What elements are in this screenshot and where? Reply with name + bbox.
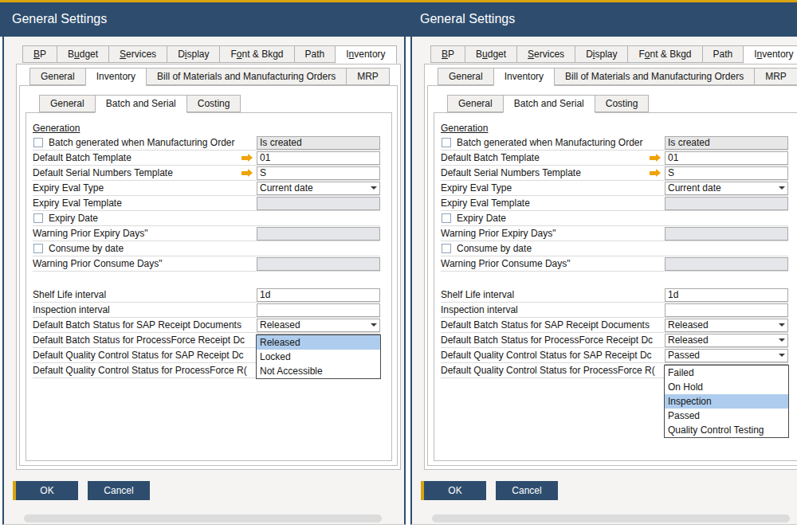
checkbox[interactable]: [442, 138, 451, 147]
tab-inventory[interactable]: Inventory: [743, 45, 797, 64]
tab-services[interactable]: Services: [516, 45, 575, 63]
combo-box[interactable]: Released: [665, 334, 788, 347]
dropdown-item-passed[interactable]: Passed: [665, 409, 788, 423]
tab-display[interactable]: Display: [575, 45, 628, 63]
tab-label: Costing: [198, 98, 230, 109]
tab-bp[interactable]: BP: [430, 45, 465, 63]
text-input[interactable]: [257, 303, 380, 317]
tab-path[interactable]: Path: [702, 45, 744, 63]
tab-label-pre: Path: [713, 49, 733, 60]
field-label: Inspection interval: [441, 304, 665, 315]
horizontal-scrollbar[interactable]: [432, 514, 790, 522]
readonly-field: [665, 197, 788, 210]
tab-inventory[interactable]: Inventory: [493, 68, 555, 86]
generation-section-header: Generation: [441, 123, 788, 134]
tab-general[interactable]: General: [29, 68, 86, 85]
tab-inventory[interactable]: Inventory: [85, 68, 147, 86]
tab-mrp[interactable]: MRP: [346, 68, 390, 85]
dropdown-item-released[interactable]: Released: [257, 335, 380, 350]
desktop-stage: General Settings BPBudgetServicesDisplay…: [0, 0, 797, 532]
ok-button[interactable]: OK: [424, 481, 486, 500]
tab-mrp[interactable]: MRP: [754, 68, 797, 85]
tab-budget[interactable]: Budget: [57, 45, 109, 63]
checkbox[interactable]: [33, 138, 43, 147]
tab-bill-of-materials-and-manufacturing-orders[interactable]: Bill of Materials and Manufacturing Orde…: [146, 68, 347, 85]
text-input[interactable]: [257, 288, 380, 302]
tab-costing[interactable]: Costing: [595, 95, 650, 112]
field-label: Expiry Eval Type: [441, 182, 665, 194]
combo-box[interactable]: Current date: [665, 182, 788, 195]
combo-box[interactable]: Released: [257, 319, 380, 332]
chevron-down-icon[interactable]: [371, 323, 377, 327]
cancel-button[interactable]: Cancel: [88, 481, 150, 500]
tab-bill-of-materials-and-manufacturing-orders[interactable]: Bill of Materials and Manufacturing Orde…: [554, 68, 755, 85]
cancel-button[interactable]: Cancel: [496, 481, 558, 500]
tab-label-post: P: [40, 49, 46, 60]
combo-box[interactable]: Current date: [257, 182, 380, 195]
text-input[interactable]: [665, 151, 788, 165]
settings-tab-strip-level1: BPBudgetServicesDisplayFont & BkgdPathIn…: [430, 45, 797, 64]
combo-value: Current date: [668, 182, 779, 194]
dropdown-item-quality-control-testing[interactable]: Quality Control Testing: [665, 423, 788, 437]
checkbox[interactable]: [33, 244, 43, 253]
chevron-down-icon[interactable]: [779, 186, 785, 190]
text-input[interactable]: [665, 303, 788, 317]
link-arrow-icon[interactable]: [649, 169, 662, 177]
batch-serial-form-pane: Generation Batch generated when Manufact…: [434, 112, 797, 461]
combo-value: Released: [260, 319, 371, 331]
field-label: Warning Prior Consume Days": [33, 258, 257, 269]
combo-box[interactable]: Passed: [665, 349, 788, 362]
window-titlebar[interactable]: General Settings: [408, 2, 797, 37]
ok-button[interactable]: OK: [16, 481, 78, 500]
tab-label-post: splay: [186, 49, 209, 60]
tab-general[interactable]: General: [39, 95, 96, 112]
dropdown-item-locked[interactable]: Locked: [257, 350, 380, 364]
tab-display[interactable]: Display: [167, 45, 220, 63]
text-input[interactable]: [665, 288, 788, 302]
tab-font-bkgd[interactable]: Font & Bkgd: [627, 45, 702, 63]
form-row-warning-prior-consume-days: Warning Prior Consume Days": [441, 256, 788, 272]
general-settings-window-left: General Settings BPBudgetServicesDisplay…: [0, 0, 408, 532]
tab-label-key: S: [528, 49, 534, 60]
tab-bp[interactable]: BP: [22, 45, 57, 63]
dropdown-item-on-hold[interactable]: On Hold: [665, 380, 788, 394]
form-row-consume-by-date: Consume by date: [33, 241, 380, 256]
batch-serial-form-pane: Generation Batch generated when Manufact…: [26, 112, 392, 461]
text-input[interactable]: [665, 166, 788, 180]
tab-batch-and-serial[interactable]: Batch and Serial: [503, 95, 595, 113]
checkbox[interactable]: [33, 213, 43, 223]
form-row-warning-prior-consume-days: Warning Prior Consume Days": [33, 256, 380, 272]
tab-path[interactable]: Path: [294, 45, 336, 63]
tab-inventory[interactable]: Inventory: [335, 45, 396, 64]
field-label: Warning Prior Expiry Days": [33, 228, 257, 239]
checkbox[interactable]: [442, 213, 451, 223]
chevron-down-icon[interactable]: [779, 323, 785, 327]
tab-batch-and-serial[interactable]: Batch and Serial: [95, 95, 187, 113]
chevron-down-icon[interactable]: [779, 338, 785, 342]
dropdown-item-not-accessible[interactable]: Not Accessible: [257, 364, 380, 378]
dropdown-item-failed[interactable]: Failed: [665, 366, 788, 380]
text-input[interactable]: [257, 166, 380, 180]
chevron-down-icon[interactable]: [779, 354, 785, 357]
tab-font-bkgd[interactable]: Font & Bkgd: [219, 45, 294, 63]
tab-label-key: o: [645, 49, 650, 60]
chevron-down-icon[interactable]: [371, 186, 377, 190]
tab-label: Bill of Materials and Manufacturing Orde…: [157, 71, 336, 82]
tab-general[interactable]: General: [447, 95, 504, 112]
link-arrow-icon[interactable]: [241, 154, 253, 162]
tab-costing[interactable]: Costing: [186, 95, 241, 112]
field-label: Expiry Eval Template: [33, 198, 257, 209]
combo-box[interactable]: Released: [665, 319, 788, 332]
horizontal-scrollbar[interactable]: [24, 514, 382, 522]
link-arrow-icon[interactable]: [241, 169, 253, 177]
tab-general[interactable]: General: [438, 68, 494, 85]
checkbox[interactable]: [442, 244, 451, 253]
form-row-default-batch-template: Default Batch Template: [33, 151, 380, 166]
tab-services[interactable]: Services: [108, 45, 167, 63]
dropdown-item-inspection[interactable]: Inspection: [665, 394, 788, 409]
link-arrow-icon[interactable]: [649, 154, 662, 162]
form-row-consume-by-date: Consume by date: [441, 241, 788, 256]
text-input[interactable]: [257, 151, 380, 165]
tab-budget[interactable]: Budget: [465, 45, 517, 63]
window-titlebar[interactable]: General Settings: [0, 2, 408, 37]
